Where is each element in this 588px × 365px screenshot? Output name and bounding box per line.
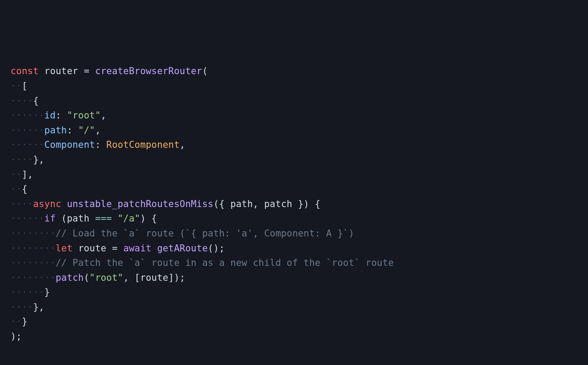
keyword-if: if	[44, 213, 56, 224]
function-call: createBrowserRouter	[95, 66, 202, 76]
string-literal: "root"	[67, 110, 100, 121]
string-literal: "/"	[78, 125, 95, 136]
method-name: unstable_patchRoutesOnMiss	[67, 199, 213, 209]
whitespace-dots: ··	[11, 169, 22, 180]
code-block: const router = createBrowserRouter(··[··…	[0, 64, 588, 344]
whitespace-dots: ······	[11, 110, 44, 121]
whitespace-dots: ····	[11, 96, 33, 106]
keyword-const: const	[11, 66, 39, 76]
whitespace-dots: ······	[11, 287, 44, 297]
code-line: ······path: "/",	[11, 123, 588, 138]
whitespace-dots: ····	[11, 302, 33, 312]
object-property: id	[44, 110, 56, 121]
code-line: ··[	[11, 79, 588, 94]
operator-equals: ===	[95, 213, 112, 224]
keyword-await: await	[123, 243, 151, 254]
code-line: ······Component: RootComponent,	[11, 138, 588, 153]
parameter: patch	[264, 199, 292, 209]
object-property: Component	[44, 140, 95, 150]
whitespace-dots: ········	[11, 228, 56, 239]
function-call: getARoute	[157, 243, 208, 254]
code-line: ····{	[11, 94, 588, 109]
whitespace-dots: ········	[11, 258, 56, 268]
code-line: ··{	[11, 182, 588, 197]
code-line: ········let route = await getARoute();	[11, 241, 588, 256]
parameter: path	[230, 199, 253, 209]
class-name: RootComponent	[106, 140, 179, 150]
whitespace-dots: ········	[11, 243, 56, 254]
code-line: ····},	[11, 153, 588, 168]
code-line: ··],	[11, 168, 588, 182]
function-call: patch	[56, 272, 84, 283]
comment: // Load the `a` route (`{ path: 'a', Com…	[56, 228, 355, 239]
code-line: ······}	[11, 285, 588, 300]
code-line: ········patch("root", [route]);	[11, 271, 588, 286]
string-literal: "root"	[90, 272, 123, 283]
code-line: ····async unstable_patchRoutesOnMiss({ p…	[11, 197, 588, 212]
identifier: route	[78, 243, 106, 254]
keyword-let: let	[56, 243, 73, 254]
whitespace-dots: ······	[11, 125, 44, 136]
whitespace-dots: ··	[11, 81, 22, 91]
whitespace-dots: ······	[11, 140, 44, 150]
object-property: path	[44, 125, 67, 136]
code-line: ····},	[11, 300, 588, 315]
code-line: const router = createBrowserRouter(	[11, 64, 588, 79]
string-literal: "/a"	[118, 213, 140, 224]
keyword-async: async	[33, 199, 61, 209]
code-line: ··}	[11, 315, 588, 329]
identifier: router	[44, 66, 78, 76]
code-line: ······if (path === "/a") {	[11, 211, 588, 226]
code-line: ········// Load the `a` route (`{ path: …	[11, 226, 588, 241]
code-line: ········// Patch the `a` route in as a n…	[11, 256, 588, 271]
whitespace-dots: ····	[11, 154, 33, 165]
identifier: route	[140, 272, 168, 283]
whitespace-dots: ··	[11, 316, 22, 327]
code-line: ······id: "root",	[11, 108, 588, 123]
whitespace-dots: ··	[11, 184, 22, 194]
whitespace-dots: ······	[11, 213, 44, 224]
whitespace-dots: ········	[11, 272, 56, 283]
whitespace-dots: ····	[11, 199, 33, 209]
identifier: path	[67, 213, 89, 224]
code-line: );	[11, 329, 588, 344]
comment: // Patch the `a` route in as a new child…	[56, 258, 394, 268]
